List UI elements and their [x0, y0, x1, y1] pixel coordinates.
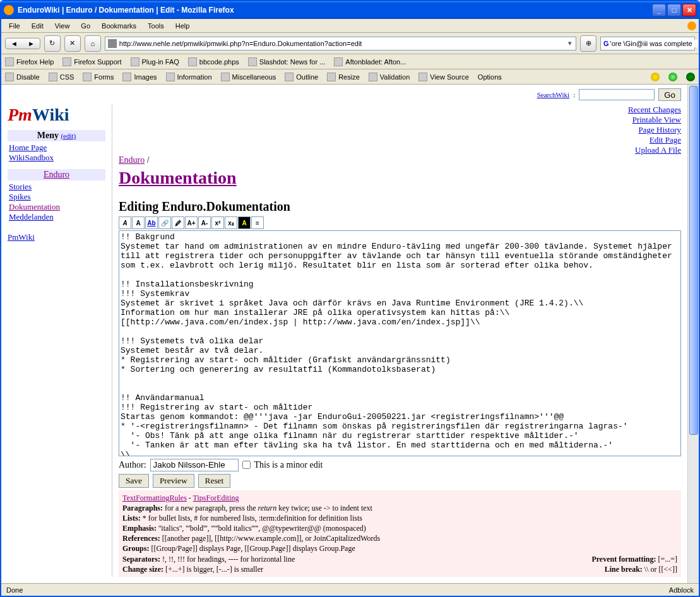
link-upload-file[interactable]: Upload A File	[119, 145, 681, 155]
sidebar-item-pmwiki[interactable]: PmWiki	[8, 232, 35, 242]
breadcrumb-group[interactable]: Enduro	[119, 155, 145, 165]
menu-edit[interactable]: Edit	[27, 21, 49, 31]
menu-bookmarks[interactable]: Bookmarks	[97, 21, 141, 31]
tbtn-highlight[interactable]: A	[238, 216, 251, 229]
preview-button[interactable]: Preview	[153, 474, 194, 488]
browser-search-input[interactable]	[610, 40, 697, 47]
wiki-search-go[interactable]: Go	[658, 88, 681, 101]
dev-forms[interactable]: Forms	[83, 73, 114, 81]
dev-viewsource[interactable]: View Source	[418, 73, 469, 81]
tbtn-sub[interactable]: x₂	[225, 216, 237, 229]
reset-button[interactable]: Reset	[198, 474, 231, 488]
minor-edit-checkbox[interactable]	[242, 461, 251, 469]
menu-tools[interactable]: Tools	[143, 21, 169, 31]
tbtn-smaller[interactable]: A-	[198, 216, 211, 229]
link-recent-changes[interactable]: Recent Changes	[119, 105, 681, 115]
edit-toolbar: A A Ab 🔗 🖉 A+ A- x² x₂ A ≡	[119, 216, 681, 229]
sidebar-item-wikisandbox[interactable]: WikiSandbox	[9, 153, 54, 162]
tbtn-bold[interactable]: A	[132, 216, 145, 229]
css-icon	[49, 73, 57, 81]
back-button[interactable]: ◄	[7, 40, 21, 47]
adblock-indicator[interactable]: Adblock	[669, 586, 694, 594]
tbtn-bigger[interactable]: A+	[185, 216, 198, 229]
sidebar-item-spikes[interactable]: Spikes	[9, 192, 31, 201]
bookmark-icon	[131, 57, 139, 66]
sidebar-edit-link[interactable]: (edit)	[61, 132, 76, 139]
go-button[interactable]: ⊕	[580, 35, 596, 52]
tbtn-italic[interactable]: A	[119, 216, 131, 229]
dev-css[interactable]: CSS	[49, 73, 74, 81]
sidebar-item-meddelanden[interactable]: Meddelanden	[9, 212, 54, 222]
sidebar: PmWiki Meny (edit) Home Page WikiSandbox…	[8, 105, 105, 577]
edit-heading: Editing Enduro.Dokumentation	[119, 199, 681, 214]
url-input[interactable]	[119, 40, 567, 47]
dev-resize[interactable]: Resize	[327, 73, 360, 81]
sidebar-item-dokumentation[interactable]: Dokumentation	[9, 202, 60, 211]
sidebar-item-homepage[interactable]: Home Page	[9, 143, 47, 152]
menubar: File Edit View Go Bookmarks Tools Help	[1, 19, 699, 33]
outline-icon	[285, 73, 294, 81]
searchwiki-link[interactable]: SearchWiki	[537, 91, 569, 98]
menu-file[interactable]: File	[4, 21, 25, 31]
link-textformattingrules[interactable]: TextFormattingRules	[122, 494, 187, 502]
forward-button[interactable]: ►	[24, 40, 39, 47]
tbtn-underline[interactable]: Ab	[145, 216, 158, 229]
page-title-link[interactable]: Dokumentation	[119, 168, 237, 187]
url-bar[interactable]: ▾	[105, 37, 576, 50]
scrollbar-vertical[interactable]	[687, 85, 699, 583]
pmwiki-logo[interactable]: PmWiki	[8, 105, 105, 125]
browser-search[interactable]: G	[600, 37, 695, 50]
url-dropdown-icon[interactable]: ▾	[567, 39, 573, 47]
bookmark-icon	[62, 57, 71, 66]
wiki-search-row: SearchWiki: Go	[1, 85, 687, 105]
info-icon	[166, 73, 175, 81]
images-icon	[122, 73, 131, 81]
save-button[interactable]: Save	[119, 474, 149, 488]
dev-options[interactable]: Options	[478, 73, 502, 81]
titlebar: EnduroWiki | Enduro / Dokumentation | Ed…	[1, 1, 699, 19]
home-button[interactable]: ⌂	[85, 35, 101, 52]
dev-validation[interactable]: Validation	[369, 73, 410, 81]
wiki-search-input[interactable]	[579, 89, 655, 100]
bookmark-item[interactable]: Firefox Help	[5, 57, 54, 66]
close-button[interactable]: ✕	[682, 4, 696, 16]
link-printable-view[interactable]: Printable View	[119, 115, 681, 125]
status-dot-icon	[651, 73, 660, 81]
favicon-icon	[108, 39, 117, 48]
author-input[interactable]	[150, 459, 239, 471]
dev-disable[interactable]: Disable	[5, 73, 40, 81]
tbtn-link[interactable]: 🔗	[158, 216, 171, 229]
minimize-button[interactable]: _	[652, 4, 666, 16]
dev-images[interactable]: Images	[122, 73, 157, 81]
stop-button[interactable]: ✕	[64, 35, 81, 52]
bookmarks-toolbar: Firefox Help Firefox Support Plug-in FAQ…	[1, 54, 699, 69]
edit-textarea[interactable]	[119, 230, 681, 456]
source-icon	[418, 73, 427, 81]
google-icon: G	[603, 40, 609, 47]
link-tipsforediting[interactable]: TipsForEditing	[193, 494, 239, 502]
bookmark-item[interactable]: Firefox Support	[62, 57, 121, 66]
statusbar: Done Adblock	[1, 583, 699, 596]
dev-misc[interactable]: Miscellaneous	[221, 73, 276, 81]
tbtn-sup[interactable]: x²	[211, 216, 224, 229]
bookmark-item[interactable]: Plug-in FAQ	[131, 57, 179, 66]
bookmark-item[interactable]: bbcode.phps	[188, 57, 239, 66]
link-page-history[interactable]: Page History	[119, 125, 681, 135]
bookmark-item[interactable]: Slashdot: News for ...	[248, 57, 326, 66]
navbar: ◄ ► ↻ ✕ ⌂ ▾ ⊕ G	[1, 33, 699, 54]
bookmark-item[interactable]: Aftonbladet: Afton...	[334, 57, 406, 66]
sidebar-item-stories[interactable]: Stories	[9, 182, 32, 191]
link-edit-page[interactable]: Edit Page	[119, 135, 681, 145]
status-dot-icon	[686, 73, 695, 81]
maximize-button[interactable]: □	[667, 4, 681, 16]
author-label: Author:	[119, 460, 146, 470]
menu-help[interactable]: Help	[170, 21, 195, 31]
dev-outline[interactable]: Outline	[285, 73, 318, 81]
tbtn-center[interactable]: ≡	[251, 216, 264, 229]
sidebar-meny-header: Meny (edit)	[8, 130, 105, 141]
dev-information[interactable]: Information	[166, 73, 212, 81]
reload-button[interactable]: ↻	[44, 35, 61, 52]
menu-view[interactable]: View	[50, 21, 75, 31]
tbtn-signature[interactable]: 🖉	[172, 216, 184, 229]
menu-go[interactable]: Go	[76, 21, 95, 31]
